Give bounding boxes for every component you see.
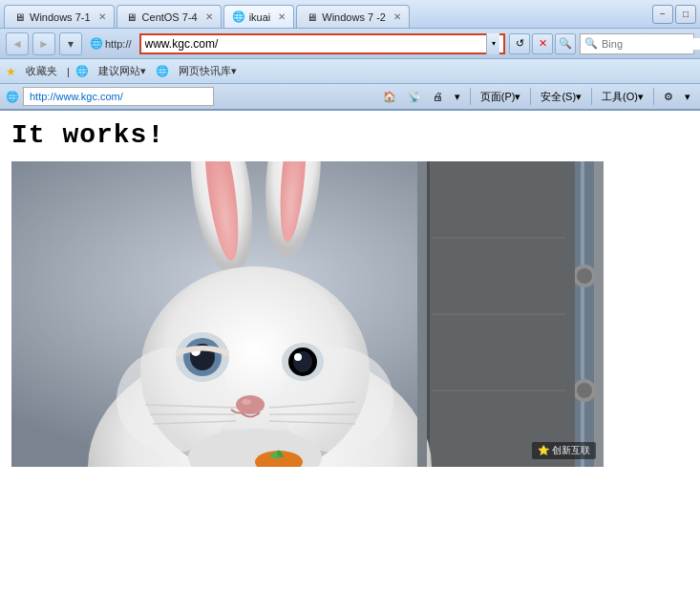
search-btn[interactable]: 🔍: [555, 33, 576, 54]
tab-close-centos[interactable]: ✕: [205, 11, 213, 22]
tab-label-ikuai: ikuai: [249, 11, 271, 23]
favorites-bar: ★ 收藏夹 | 🌐 建议网站▾ 🌐 网页快讯库▾: [0, 59, 700, 84]
svg-point-26: [294, 353, 302, 361]
toolbar-separator2: [530, 88, 531, 105]
fav-icon2: 🌐: [156, 65, 169, 77]
toolbar-separator1: [470, 88, 471, 105]
webslices-button[interactable]: 网页快讯库▾: [175, 62, 241, 80]
address-bar: ◄ ► ▾ 🌐 http:// ▾ ↺ ✕ 🔍 🔍: [0, 29, 700, 59]
toolbar-url-box: http://www.kgc.com/: [23, 87, 214, 106]
svg-point-28: [242, 399, 251, 405]
fav-icon1: 🌐: [75, 65, 89, 77]
tab-label-win71: Windows 7-1: [30, 11, 91, 23]
favorites-sep: |: [67, 66, 70, 77]
forward-button[interactable]: ►: [32, 32, 55, 55]
tab-centos74[interactable]: 🖥 CentOS 7-4 ✕: [117, 5, 222, 28]
minimize-button[interactable]: −: [652, 5, 673, 24]
back-button[interactable]: ◄: [6, 32, 29, 55]
webslices-label: 网页快讯库▾: [179, 64, 237, 78]
toolbar-globe-icon: 🌐: [6, 91, 19, 103]
favorites-button[interactable]: 收藏夹: [22, 62, 61, 80]
svg-rect-38: [417, 161, 427, 467]
address-label: 🌐 http://: [86, 37, 136, 50]
address-dropdown-btn[interactable]: ▾: [486, 33, 499, 54]
tools-menu-btn[interactable]: 工具(O)▾: [598, 88, 647, 106]
favorites-label: 收藏夹: [26, 64, 57, 78]
tab-label-win72: Windows 7 -2: [322, 11, 386, 23]
title-bar: 🖥 Windows 7-1 ✕ 🖥 CentOS 7-4 ✕ 🌐 ikuai ✕…: [0, 0, 700, 29]
print-icon-btn[interactable]: 🖨: [429, 89, 447, 104]
svg-point-9: [577, 383, 592, 398]
dropdown-button[interactable]: ▾: [59, 32, 82, 55]
window-controls: − □: [652, 0, 700, 28]
page-menu-label: 页面(P)▾: [480, 90, 521, 104]
search-input[interactable]: [602, 38, 700, 50]
tab-label-centos: CentOS 7-4: [142, 11, 198, 23]
svg-rect-37: [265, 457, 293, 467]
tab-windows71[interactable]: 🖥 Windows 7-1 ✕: [4, 5, 115, 28]
gear-dropdown-btn[interactable]: ▾: [681, 89, 694, 105]
address-prefix: http://: [105, 38, 132, 50]
svg-rect-5: [581, 161, 584, 467]
it-works-heading: It works!: [11, 120, 689, 150]
suggested-sites-button[interactable]: 建议网站▾: [95, 62, 150, 80]
svg-point-7: [577, 268, 592, 284]
safety-menu-btn[interactable]: 安全(S)▾: [537, 88, 585, 106]
page-menu-btn[interactable]: 页面(P)▾: [477, 88, 525, 106]
suggested-sites-label: 建议网站▾: [98, 64, 146, 78]
content-area: It works!: [0, 111, 700, 590]
stop-button[interactable]: ✕: [532, 33, 553, 54]
toolbar: 🌐 http://www.kgc.com/ 🏠 📡 🖨 ▾ 页面(P)▾ 安全(…: [0, 84, 700, 111]
svg-point-27: [236, 395, 265, 414]
tab-icon-win71: 🖥: [12, 11, 26, 24]
favorites-star-icon: ★: [6, 65, 16, 78]
ie-globe-icon: 🌐: [90, 37, 103, 50]
watermark: ⭐ 创新互联: [532, 442, 596, 459]
watermark-icon: ⭐: [538, 445, 549, 455]
gear-btn[interactable]: ⚙: [660, 89, 677, 105]
tab-close-ikuai[interactable]: ✕: [278, 11, 286, 22]
tab-icon-centos: 🖥: [125, 11, 138, 24]
tab-close-win71[interactable]: ✕: [98, 11, 106, 22]
home-icon-btn[interactable]: 🏠: [379, 89, 400, 105]
tools-menu-label: 工具(O)▾: [602, 90, 644, 104]
bunny-svg: [11, 161, 604, 467]
toolbar-url: http://www.kgc.com/: [30, 91, 123, 102]
tab-windows72[interactable]: 🖥 Windows 7 -2 ✕: [296, 5, 410, 28]
address-input-wrap[interactable]: ▾: [139, 33, 505, 54]
print-dropdown-btn[interactable]: ▾: [451, 89, 464, 105]
maximize-button[interactable]: □: [675, 5, 696, 24]
tab-icon-ikuai: 🌐: [232, 11, 245, 24]
toolbar-separator3: [591, 88, 592, 105]
tab-close-win72[interactable]: ✕: [393, 11, 401, 22]
address-right-buttons: ↺ ✕ 🔍: [509, 33, 576, 54]
safety-menu-label: 安全(S)▾: [541, 90, 582, 104]
refresh-button[interactable]: ↺: [509, 33, 530, 54]
bing-search-icon: 🔍: [584, 37, 598, 50]
search-bar[interactable]: 🔍: [580, 33, 694, 54]
browser-window: 🖥 Windows 7-1 ✕ 🖥 CentOS 7-4 ✕ 🌐 ikuai ✕…: [0, 0, 700, 590]
tab-ikuai[interactable]: 🌐 ikuai ✕: [223, 5, 295, 28]
watermark-text: 创新互联: [552, 445, 590, 455]
address-input[interactable]: [145, 37, 486, 51]
toolbar-separator4: [653, 88, 654, 105]
bunny-image: ⭐ 创新互联: [11, 161, 604, 467]
tab-bar: 🖥 Windows 7-1 ✕ 🖥 CentOS 7-4 ✕ 🌐 ikuai ✕…: [0, 0, 652, 28]
tab-icon-win72: 🖥: [305, 11, 318, 24]
rss-icon-btn[interactable]: 📡: [404, 89, 425, 105]
